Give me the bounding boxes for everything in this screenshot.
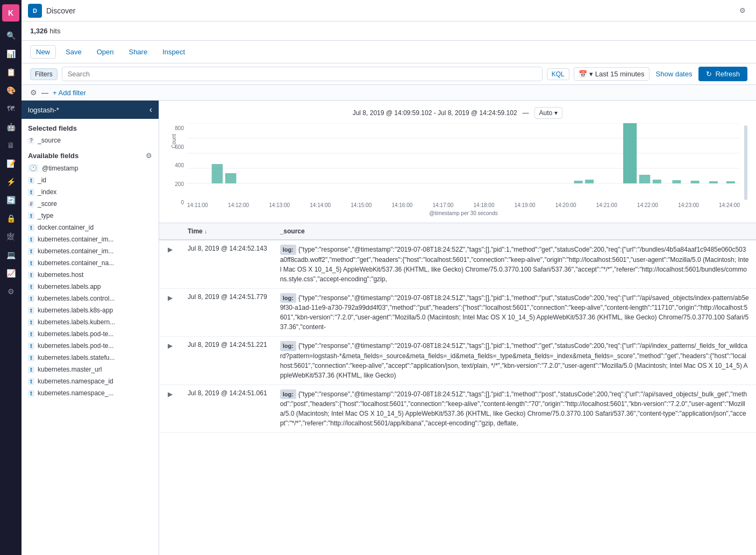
nav-visualize[interactable]: 📊 bbox=[2, 45, 19, 62]
nav-maps[interactable]: 🗺 bbox=[2, 100, 19, 117]
field-k8s-labels-pod-te1[interactable]: t kubernetes.labels.pod-te... bbox=[22, 328, 159, 340]
nav-canvas[interactable]: 🎨 bbox=[2, 82, 19, 99]
top-bar: D Discover ⚙ bbox=[22, 0, 756, 22]
field-k8s-labels-k8s[interactable]: t kubernetes.labels.k8s-app bbox=[22, 304, 159, 316]
y-axis-label: Count bbox=[171, 134, 177, 148]
field-k8s-master[interactable]: t kubernetes.master_url bbox=[22, 364, 159, 375]
chart-header: Jul 8, 2019 @ 14:09:59.102 - Jul 8, 2019… bbox=[168, 107, 747, 119]
filters-tag[interactable]: Filters bbox=[30, 68, 58, 80]
nav-settings[interactable]: ⚙ bbox=[2, 283, 19, 300]
svg-rect-6 bbox=[225, 173, 237, 183]
field-k8s-labels-kubern[interactable]: t kubernetes.labels.kubern... bbox=[22, 316, 159, 328]
collapse-icon[interactable]: ‹ bbox=[149, 105, 152, 115]
show-dates-button[interactable]: Show dates bbox=[654, 70, 695, 78]
table-row: ▶ Jul 8, 2019 @ 14:24:51.061 log:{"type"… bbox=[159, 385, 756, 433]
field-k8s-labels-app[interactable]: t kubernetes.labels.app bbox=[22, 281, 159, 293]
field-k8s-container-im2[interactable]: t kubernetes.container_im... bbox=[22, 245, 159, 257]
nav-discover[interactable]: 🔍 bbox=[2, 27, 19, 44]
nav-logs[interactable]: 📝 bbox=[2, 155, 19, 172]
x-tick-1414: 14:14:00 bbox=[310, 202, 331, 208]
share-button[interactable]: Share bbox=[123, 46, 153, 58]
selected-fields-title: Selected fields bbox=[22, 119, 159, 134]
table-row: ▶ Jul 8, 2019 @ 14:24:51.779 log:{"type"… bbox=[159, 288, 756, 337]
field-k8s-namespace-name[interactable]: t kubernetes.namespace_... bbox=[22, 387, 159, 399]
nav-infrastructure[interactable]: 🖥 bbox=[2, 137, 19, 154]
x-tick-1416: 14:16:00 bbox=[391, 202, 412, 208]
svg-rect-7 bbox=[574, 181, 583, 183]
scroll-bar[interactable] bbox=[744, 125, 747, 200]
field-score[interactable]: # _score bbox=[22, 198, 159, 210]
search-input[interactable] bbox=[62, 67, 543, 81]
field-k8s-namespace-id[interactable]: t kubernetes.namespace_id bbox=[22, 375, 159, 387]
expand-row-2-button[interactable]: ▶ bbox=[166, 293, 175, 303]
col-time-header[interactable]: Time ↓ bbox=[181, 223, 274, 240]
nav-dev[interactable]: 💻 bbox=[2, 246, 19, 264]
nav-apm[interactable]: ⚡ bbox=[2, 173, 19, 190]
svg-rect-13 bbox=[691, 181, 700, 183]
col-expand bbox=[159, 223, 181, 240]
svg-rect-12 bbox=[672, 180, 681, 183]
results-area[interactable]: Time ↓ _source ▶ Jul 8, 2019 @ 14:24:52.… bbox=[159, 223, 756, 555]
field-index[interactable]: t _index bbox=[22, 186, 159, 198]
time-picker[interactable]: 📅 ▾ Last 15 minutes bbox=[574, 67, 650, 81]
expand-row-1-button[interactable]: ▶ bbox=[166, 245, 175, 254]
field-docker-container-id[interactable]: t docker.container_id bbox=[22, 222, 159, 233]
field-name-type: _type bbox=[38, 212, 53, 219]
field-type-t: t bbox=[28, 378, 34, 385]
field-name-index: _index bbox=[38, 188, 56, 196]
field-k8s-labels-control[interactable]: t kubernetes.labels.control... bbox=[22, 293, 159, 304]
inspect-button[interactable]: Inspect bbox=[157, 46, 190, 58]
index-pattern[interactable]: logstash-* ‹ bbox=[22, 101, 159, 119]
x-tick-1422: 14:22:00 bbox=[637, 202, 658, 208]
expand-row-3-button[interactable]: ▶ bbox=[166, 341, 175, 351]
col-source-header[interactable]: _source bbox=[274, 223, 756, 240]
field-type-t: t bbox=[28, 319, 34, 326]
field-name-k8s-na: kubernetes.container_na... bbox=[38, 259, 114, 267]
save-button[interactable]: Save bbox=[60, 46, 87, 58]
new-button[interactable]: New bbox=[30, 45, 56, 59]
field-k8s-container-im1[interactable]: t kubernetes.container_im... bbox=[22, 233, 159, 245]
field-k8s-labels-statefu[interactable]: t kubernetes.labels.statefu... bbox=[22, 352, 159, 364]
content-area: logstash-* ‹ Selected fields ? _source A… bbox=[22, 101, 756, 555]
field-type-t: t bbox=[28, 224, 34, 231]
available-fields-settings-icon[interactable]: ⚙ bbox=[146, 152, 152, 160]
field-type-row[interactable]: t _type bbox=[22, 210, 159, 222]
top-bar-settings-icon[interactable]: ⚙ bbox=[736, 4, 750, 18]
field-type-hash: # bbox=[28, 201, 34, 208]
nav-security[interactable]: 🔒 bbox=[2, 210, 19, 227]
nav-monitoring[interactable]: 📈 bbox=[2, 265, 19, 282]
nav-dashboard[interactable]: 📋 bbox=[2, 63, 19, 81]
time-cell-3: Jul 8, 2019 @ 14:24:51.221 bbox=[181, 337, 274, 385]
em-dash: — bbox=[523, 109, 529, 117]
kql-badge[interactable]: KQL bbox=[547, 68, 569, 80]
field-id[interactable]: t _id bbox=[22, 174, 159, 186]
source-cell-3: log:{"type":"response","@timestamp":"201… bbox=[274, 337, 756, 385]
refresh-button[interactable]: ↻ Refresh bbox=[698, 67, 747, 81]
table-row: ▶ Jul 8, 2019 @ 14:24:52.143 log:{"type"… bbox=[159, 240, 756, 288]
field-type-t: t bbox=[28, 295, 34, 302]
field-name-source: _source bbox=[38, 137, 61, 144]
expand-row-4-button[interactable]: ▶ bbox=[166, 389, 175, 399]
field-timestamp[interactable]: 🕐 @timestamp bbox=[22, 162, 159, 174]
add-filter-link[interactable]: + Add filter bbox=[53, 89, 86, 97]
open-button[interactable]: Open bbox=[91, 46, 119, 58]
nav-uptime[interactable]: 🔄 bbox=[2, 191, 19, 209]
field-k8s-host[interactable]: t kubernetes.host bbox=[22, 269, 159, 281]
field-type-clock: 🕐 bbox=[28, 164, 39, 172]
app-logo[interactable]: K bbox=[2, 4, 19, 22]
field-k8s-container-na[interactable]: t kubernetes.container_na... bbox=[22, 257, 159, 269]
settings-icon[interactable]: ⚙ bbox=[30, 88, 37, 97]
field-name-k8s-control: kubernetes.labels.control... bbox=[38, 295, 115, 302]
source-cell-1: log:{"type":"response","@timestamp":"201… bbox=[274, 240, 756, 288]
field-k8s-labels-pod-te2[interactable]: t kubernetes.labels.pod-te... bbox=[22, 340, 159, 352]
interval-selector[interactable]: Auto ▾ bbox=[534, 107, 563, 119]
selected-field-source[interactable]: ? _source bbox=[22, 134, 159, 146]
hits-label: hits bbox=[49, 27, 60, 35]
chart-date-range: Jul 8, 2019 @ 14:09:59.102 - Jul 8, 2019… bbox=[353, 109, 517, 117]
field-name-k8s-pod-te1: kubernetes.labels.pod-te... bbox=[38, 330, 113, 338]
x-tick-1424: 14:24:00 bbox=[719, 202, 740, 208]
nav-ml[interactable]: 🤖 bbox=[2, 118, 19, 136]
available-fields-header: Available fields ⚙ bbox=[22, 146, 159, 162]
nav-graph[interactable]: 🕸 bbox=[2, 228, 19, 245]
sort-arrow-icon: ↓ bbox=[204, 229, 207, 234]
